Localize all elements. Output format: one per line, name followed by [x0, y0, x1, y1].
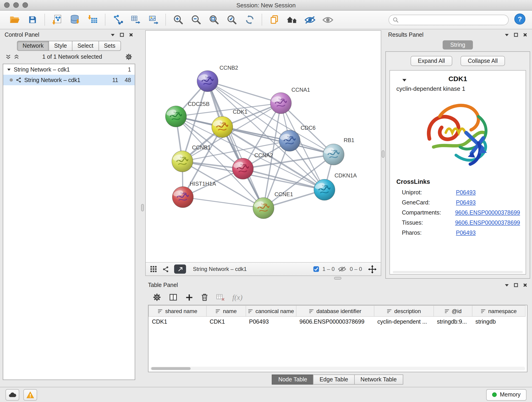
column-header[interactable]: name	[206, 306, 246, 317]
panel-float-button[interactable]	[514, 32, 518, 37]
network-node-CCNA2[interactable]	[232, 158, 253, 179]
network-node-CCNB2[interactable]	[197, 70, 218, 92]
tab-edge-table[interactable]: Edge Table	[313, 375, 355, 385]
import-table-button[interactable]	[86, 13, 100, 27]
table-cell[interactable]: 9606.ENSP00000378699	[296, 317, 374, 326]
help-button[interactable]: ?	[514, 13, 526, 26]
export-table-button[interactable]	[128, 13, 143, 27]
warnings-button[interactable]	[23, 389, 37, 400]
panel-close-button[interactable]	[129, 32, 133, 37]
delete-column-button[interactable]	[201, 293, 209, 302]
collapse-all-button[interactable]: Collapse All	[461, 56, 505, 66]
open-session-button[interactable]	[7, 13, 22, 27]
tab-node-table[interactable]: Node Table	[272, 375, 314, 385]
detach-view-button[interactable]	[174, 264, 186, 274]
table-cell[interactable]: CDK1	[206, 317, 246, 326]
new-network-from-selection-button[interactable]	[110, 13, 125, 27]
panel-float-button[interactable]	[514, 283, 518, 287]
save-session-button[interactable]	[25, 13, 39, 27]
grid-view-button[interactable]	[150, 265, 157, 273]
results-tab-string[interactable]: String	[443, 40, 473, 50]
table-row[interactable]: CDK1CDK1P064939606.ENSP00000378699cyclin…	[149, 317, 525, 326]
table-cell[interactable]: CDK1	[149, 317, 206, 326]
panel-menu-button[interactable]	[505, 283, 509, 287]
column-header[interactable]: canonical name	[246, 306, 296, 317]
network-canvas[interactable]: CCNB2CCNA1CDC25BCDK1CDC6RB1CCNB1CCNA2CDK…	[146, 31, 381, 262]
zoom-fit-button[interactable]	[207, 13, 221, 27]
zoom-out-button[interactable]	[189, 13, 203, 27]
tab-style[interactable]: Style	[49, 41, 72, 51]
card-scrollbar[interactable]	[393, 271, 523, 273]
pan-crosshair-icon[interactable]	[368, 265, 377, 274]
scrollbar-thumb[interactable]	[151, 367, 191, 370]
network-edge[interactable]	[183, 197, 264, 208]
table-cell[interactable]: cyclin-dependent ...	[374, 317, 434, 326]
column-header[interactable]: @id	[434, 306, 472, 317]
show-columns-button[interactable]	[169, 293, 178, 302]
memory-button[interactable]: Memory	[486, 389, 526, 400]
expand-all-button[interactable]: Expand All	[411, 56, 452, 66]
tab-sets[interactable]: Sets	[98, 41, 121, 51]
network-graph[interactable]: CCNB2CCNA1CDC25BCDK1CDC6RB1CCNB1CCNA2CDK…	[146, 31, 381, 262]
crosslink-link[interactable]: 9606.ENSP00000378699	[455, 220, 520, 226]
copy-document-button[interactable]	[267, 13, 281, 27]
create-column-button[interactable]	[185, 293, 193, 301]
table-cell[interactable]: stringdb	[472, 317, 525, 326]
home-view-button[interactable]	[285, 13, 299, 27]
search-input[interactable]	[401, 16, 505, 23]
network-node-CCNE1[interactable]	[253, 198, 274, 219]
function-builder-button[interactable]: f(x)	[232, 293, 242, 301]
network-collection-row[interactable]: String Network – cdk1 1	[3, 64, 135, 75]
network-edge[interactable]	[208, 81, 264, 208]
panel-menu-button[interactable]	[110, 32, 115, 37]
panel-close-button[interactable]	[523, 32, 527, 37]
table-horizontal-scrollbar[interactable]	[150, 367, 525, 370]
import-network-file-button[interactable]	[50, 13, 64, 27]
crosslink-link[interactable]: P06493	[456, 230, 476, 236]
graphics-details-button[interactable]	[321, 13, 335, 27]
table-settings-button[interactable]	[152, 293, 161, 302]
zoom-window-button[interactable]	[22, 2, 28, 8]
panel-float-button[interactable]	[120, 32, 124, 37]
network-edge[interactable]	[208, 81, 281, 103]
refresh-view-button[interactable]	[242, 13, 257, 27]
collapse-section-button[interactable]	[402, 76, 407, 84]
network-node-CCNA1[interactable]	[270, 93, 291, 114]
show-graphics-details-button[interactable]	[303, 13, 317, 27]
left-splitter-handle[interactable]	[141, 204, 144, 211]
zoom-in-button[interactable]	[171, 13, 185, 27]
import-network-database-button[interactable]	[68, 13, 82, 27]
network-node-CDC25B[interactable]	[165, 106, 186, 127]
panel-close-button[interactable]	[523, 283, 527, 287]
panel-menu-button[interactable]	[505, 32, 509, 37]
collapse-all-button[interactable]	[6, 54, 11, 60]
network-node-RB1[interactable]	[323, 144, 344, 165]
network-node-HIST1H1A[interactable]	[172, 186, 193, 208]
expand-all-button[interactable]	[14, 54, 19, 60]
table-cell[interactable]: P06493	[246, 317, 296, 326]
close-window-button[interactable]	[4, 2, 10, 8]
toolbar-search[interactable]	[389, 14, 509, 25]
column-header[interactable]: description	[374, 306, 434, 317]
right-splitter-handle[interactable]	[382, 150, 385, 158]
table-cell[interactable]: stringdb:9...	[434, 317, 472, 326]
column-header[interactable]: database identifier	[296, 306, 374, 317]
birdseye-view-button[interactable]	[162, 266, 169, 273]
crosslink-link[interactable]: P06493	[456, 199, 476, 206]
network-options-button[interactable]	[125, 53, 133, 61]
column-header[interactable]: shared name	[149, 306, 206, 317]
network-row[interactable]: String Network – cdk1 11 48	[3, 75, 135, 85]
network-node-CDK1[interactable]	[212, 116, 233, 138]
crosslink-link[interactable]: 9606.ENSP00000378699	[455, 210, 520, 216]
network-node-CCNB1[interactable]	[172, 151, 193, 172]
network-node-CDKN1A[interactable]	[314, 179, 335, 200]
crosslink-link[interactable]: P06493	[456, 189, 476, 196]
tab-select[interactable]: Select	[72, 41, 99, 51]
column-header[interactable]: namespace	[472, 306, 525, 317]
minimize-window-button[interactable]	[13, 2, 19, 8]
export-image-button[interactable]	[146, 13, 160, 27]
zoom-selected-button[interactable]	[225, 13, 239, 27]
tab-network[interactable]: Network	[17, 41, 49, 51]
network-node-CDC6[interactable]	[279, 130, 300, 151]
clear-table-button-disabled[interactable]	[216, 293, 225, 301]
